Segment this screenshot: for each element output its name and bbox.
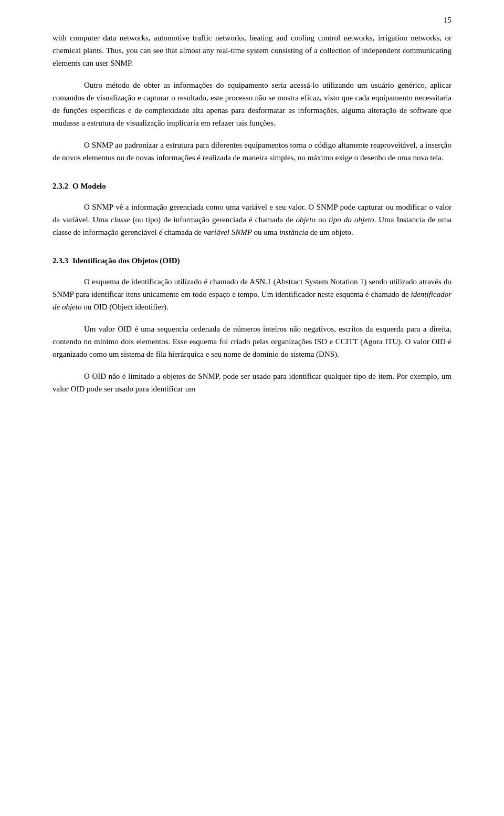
paragraph-6-text: Um valor OID é uma sequencia ordenada de… bbox=[52, 325, 452, 358]
palavra-instancia: instância bbox=[279, 228, 308, 236]
page: 15 with computer data networks, automoti… bbox=[0, 0, 504, 816]
paragraph-3: O SNMP ao padronizar a estrutura para di… bbox=[52, 139, 452, 164]
palavra-tipo-objeto: tipo do objeto bbox=[329, 215, 374, 224]
section-2-3-2-number: 2.3.2 bbox=[52, 180, 68, 192]
content: with computer data networks, automotive … bbox=[52, 32, 452, 395]
of-2: of bbox=[353, 46, 360, 55]
paragraph-3-text: O SNMP ao padronizar a estrutura para di… bbox=[52, 141, 452, 162]
paragraph-2-text: Outro método de obter as informações do … bbox=[52, 81, 452, 127]
paragraph-1: with computer data networks, automotive … bbox=[52, 32, 452, 69]
palavra-objeto: objeto bbox=[296, 215, 316, 224]
paragraph-2: Outro método de obter as informações do … bbox=[52, 79, 452, 129]
palavra-identificador-objeto: identificador de objeto bbox=[52, 290, 452, 311]
paragraph-1-text: with computer data networks, automotive … bbox=[52, 34, 452, 67]
palavra-classe: classe bbox=[111, 215, 130, 224]
paragraph-5-text: O esquema de identificação utilizado é c… bbox=[52, 277, 452, 311]
section-2-3-2-title: O Modelo bbox=[72, 180, 106, 192]
paragraph-6: Um valor OID é uma sequencia ordenada de… bbox=[52, 323, 452, 360]
page-number: 15 bbox=[444, 16, 452, 25]
palavra-variavel-snmp: variável SNMP bbox=[204, 228, 252, 236]
section-2-3-2-heading: 2.3.2 O Modelo bbox=[52, 180, 452, 192]
paragraph-4-text: O SNMP vê a informação gerenciada como u… bbox=[52, 203, 452, 236]
section-2-3-3-number: 2.3.3 bbox=[52, 254, 68, 267]
paragraph-4: O SNMP vê a informação gerenciada como u… bbox=[52, 201, 452, 239]
section-2-3-3-title-bold: Identificação dos Objetos (OID) bbox=[72, 256, 180, 265]
paragraph-7-text: O OID não é limitado a objetos do SNMP, … bbox=[52, 372, 452, 393]
paragraph-5: O esquema de identificação utilizado é c… bbox=[52, 275, 452, 313]
of-1: of bbox=[305, 46, 312, 55]
section-2-3-3-title: Identificação dos Objetos (OID) bbox=[72, 254, 180, 267]
paragraph-7: O OID não é limitado a objetos do SNMP, … bbox=[52, 370, 452, 395]
section-2-3-3-heading: 2.3.3 Identificação dos Objetos (OID) bbox=[52, 254, 452, 267]
